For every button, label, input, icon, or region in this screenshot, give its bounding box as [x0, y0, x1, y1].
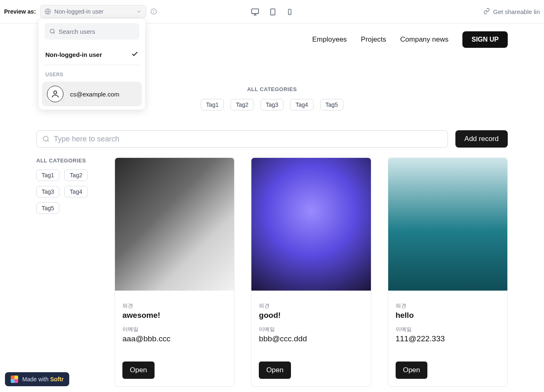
email-label: 이메일: [122, 326, 227, 333]
tag-pill[interactable]: Tag4: [290, 99, 313, 110]
globe-icon: [45, 8, 51, 15]
open-button[interactable]: Open: [122, 361, 155, 379]
email-label: 이메일: [396, 326, 500, 333]
preview-as-label: Preview as:: [4, 8, 36, 15]
side-categories-label: ALL CATEGORIES: [36, 157, 98, 164]
email-value: aaa@bbb.ccc: [122, 334, 227, 343]
opinion-value: awesome!: [122, 311, 227, 320]
avatar-icon: [47, 86, 63, 102]
opinion-label: 의견: [396, 302, 500, 310]
softr-badge[interactable]: Made with Softr: [5, 372, 69, 386]
desktop-icon[interactable]: [251, 8, 259, 16]
tag-pill[interactable]: Tag3: [260, 99, 284, 110]
svg-point-11: [50, 29, 54, 33]
tag-pill[interactable]: Tag1: [201, 99, 224, 110]
opinion-value: good!: [259, 311, 363, 320]
record-card: 의견 hello 이메일 111@222.333 Open: [388, 157, 508, 387]
svg-point-13: [54, 91, 56, 94]
content: ALL CATEGORIES Tag1 Tag2 Tag3 Tag4 Tag5 …: [36, 157, 508, 387]
email-value: 111@222.333: [396, 334, 500, 343]
email-label: 이메일: [259, 326, 363, 333]
check-icon: [131, 50, 138, 59]
chevron-down-icon: [136, 9, 142, 14]
tag-pill[interactable]: Tag5: [320, 99, 343, 110]
site-nav: Employees Projects Company news SIGN UP: [312, 31, 508, 48]
record-card: 의견 good! 이메일 bbb@ccc.ddd Open: [251, 157, 371, 387]
nav-projects[interactable]: Projects: [361, 35, 386, 44]
preview-user-dropdown: Non-logged-in user USERS cs@example.com: [39, 19, 145, 110]
svg-line-15: [47, 140, 49, 141]
device-switcher: [251, 0, 293, 23]
add-record-button[interactable]: Add record: [455, 130, 508, 148]
opinion-value: hello: [396, 311, 500, 320]
svg-point-3: [154, 10, 154, 11]
tag-pill[interactable]: Tag2: [230, 99, 253, 110]
tag-pill[interactable]: Tag4: [64, 186, 87, 197]
preview-selected-user: Non-logged-in user: [54, 8, 136, 15]
nav-employees[interactable]: Employees: [312, 35, 347, 44]
tag-pill[interactable]: Tag3: [36, 186, 59, 197]
search-icon: [42, 135, 49, 143]
user-option[interactable]: cs@example.com: [42, 82, 142, 106]
tag-pill[interactable]: Tag2: [64, 169, 87, 181]
users-section-label: USERS: [42, 68, 142, 82]
share-link[interactable]: Get shareable lin: [483, 8, 540, 16]
tag-pill[interactable]: Tag1: [36, 169, 59, 181]
signup-button[interactable]: SIGN UP: [462, 31, 508, 48]
tag-pill[interactable]: Tag5: [36, 202, 59, 214]
main-search-input[interactable]: [54, 135, 441, 143]
svg-rect-9: [288, 9, 291, 14]
share-link-text: Get shareable lin: [493, 8, 540, 15]
user-search-field[interactable]: [45, 23, 139, 40]
opinion-label: 의견: [122, 302, 227, 310]
user-search-input[interactable]: [59, 28, 134, 35]
divider: [45, 65, 139, 65]
search-icon: [49, 28, 55, 35]
svg-point-14: [43, 136, 48, 141]
email-value: bbb@ccc.ddd: [259, 334, 363, 343]
info-icon[interactable]: [150, 8, 157, 15]
non-logged-in-option[interactable]: Non-logged-in user: [42, 45, 142, 64]
softr-logo-icon: [11, 376, 18, 383]
record-card: 의견 awesome! 이메일 aaa@bbb.ccc Open: [115, 157, 234, 387]
softr-brand: Softr: [50, 376, 64, 383]
card-image: [115, 158, 234, 291]
mobile-icon[interactable]: [286, 9, 293, 15]
preview-bar: Preview as: Non-logged-in user Get share…: [0, 0, 544, 23]
preview-user-select[interactable]: Non-logged-in user: [40, 5, 146, 18]
svg-rect-4: [252, 9, 259, 14]
softr-prefix: Made with: [22, 376, 50, 383]
nav-company-news[interactable]: Company news: [400, 35, 448, 44]
tablet-icon[interactable]: [269, 8, 277, 16]
cards-grid: 의견 awesome! 이메일 aaa@bbb.ccc Open 의견 good…: [115, 157, 508, 387]
side-tag-list: Tag1 Tag2 Tag3 Tag4 Tag5: [36, 169, 98, 214]
opinion-label: 의견: [259, 302, 363, 310]
open-button[interactable]: Open: [396, 361, 428, 379]
card-image: [251, 158, 370, 291]
softr-badge-text: Made with Softr: [22, 376, 63, 383]
link-icon: [483, 8, 490, 16]
svg-line-12: [54, 33, 55, 34]
user-email: cs@example.com: [70, 91, 119, 98]
open-button[interactable]: Open: [259, 361, 291, 379]
main-search[interactable]: [36, 130, 448, 148]
non-logged-in-label: Non-logged-in user: [45, 51, 102, 58]
card-image: [388, 158, 507, 291]
search-row: Add record: [36, 130, 508, 148]
side-filters: ALL CATEGORIES Tag1 Tag2 Tag3 Tag4 Tag5: [36, 157, 98, 387]
